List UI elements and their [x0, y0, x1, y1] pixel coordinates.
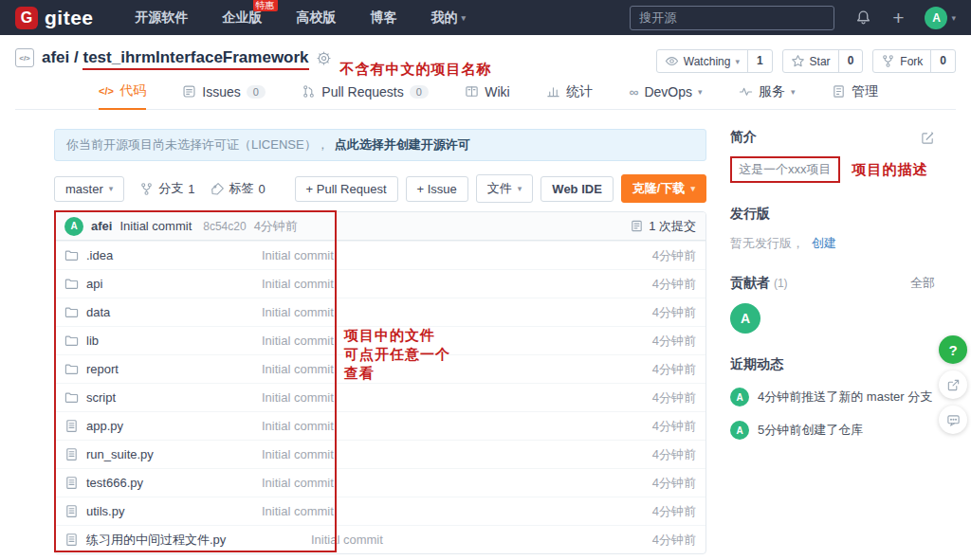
license-create-link[interactable]: 点此选择并创建开源许可 [335, 136, 470, 154]
file-name[interactable]: 练习用的中间过程文件.py [86, 532, 226, 549]
file-commit-time: 4分钟前 [652, 276, 696, 293]
commit-hash[interactable]: 8c54c20 [203, 220, 246, 233]
file-name[interactable]: run_suite.py [86, 447, 154, 461]
repo-header: </> afei / test_ihrmInterfaceFramework 不… [0, 35, 971, 110]
create-new-icon[interactable]: + [892, 9, 904, 26]
file-commit-time: 4分钟前 [652, 503, 696, 520]
help-button[interactable]: ? [939, 335, 967, 364]
file-commit-message[interactable]: Initial commit [262, 419, 334, 433]
file-commit-time: 4分钟前 [652, 304, 696, 321]
repo-name[interactable]: test_ihrmInterfaceFramework [82, 48, 308, 70]
file-name[interactable]: utils.py [86, 504, 124, 518]
table-row[interactable]: run_suite.py Initial commit 4分钟前 [55, 440, 705, 468]
share-button[interactable] [939, 370, 967, 399]
table-row[interactable]: 练习用的中间过程文件.py Initial commit 4分钟前 [55, 525, 705, 553]
file-commit-message[interactable]: Initial commit [262, 390, 334, 405]
contributor-avatar[interactable]: A [730, 303, 760, 334]
file-name[interactable]: api [86, 277, 102, 291]
file-commit-message[interactable]: Initial commit [262, 277, 334, 291]
commit-author-avatar[interactable]: A [64, 217, 83, 236]
activity-title: 近期动态 [730, 356, 935, 373]
bell-icon[interactable] [855, 9, 871, 26]
star-button[interactable]: Star 0 [782, 49, 864, 73]
new-issue-button[interactable]: + Issue [406, 176, 468, 202]
table-row[interactable]: app.py Initial commit 4分钟前 [55, 411, 705, 440]
file-name[interactable]: test666.py [86, 476, 143, 490]
table-row[interactable]: .idea Initial commit 4分钟前 [55, 241, 705, 269]
tab-issues[interactable]: Issues 0 [182, 82, 266, 109]
nav-blog[interactable]: 博客 [371, 9, 397, 27]
watch-button[interactable]: Watching ▾ 1 [656, 49, 773, 73]
file-name[interactable]: app.py [86, 419, 123, 433]
repo-owner[interactable]: afei [42, 48, 69, 66]
user-menu[interactable]: A ▾ [925, 7, 956, 29]
file-name[interactable]: script [86, 390, 116, 405]
nav-opensource[interactable]: 开源软件 [136, 9, 189, 27]
file-name[interactable]: .idea [86, 248, 113, 262]
web-ide-button[interactable]: Web IDE [540, 176, 614, 202]
watch-count[interactable]: 1 [748, 50, 772, 72]
tab-code[interactable]: </> 代码 [99, 82, 146, 110]
star-count[interactable]: 0 [839, 50, 863, 72]
edit-icon[interactable] [921, 131, 935, 145]
annotation-repo-name: 不含有中文的项目名称 [340, 61, 492, 79]
branch-selector[interactable]: master ▾ [54, 176, 124, 202]
file-commit-message[interactable]: Initial commit [262, 476, 334, 490]
activity-avatar[interactable]: A [730, 421, 749, 440]
file-table: A afei Initial commit 8c54c20 4分钟前 1 次提交… [54, 211, 706, 554]
search-input[interactable] [630, 6, 834, 30]
contributors-all-link[interactable]: 全部 [910, 275, 935, 292]
file-commit-time: 4分钟前 [652, 532, 696, 549]
activity-avatar[interactable]: A [730, 388, 749, 406]
fork-button[interactable]: Fork 0 [872, 49, 956, 73]
table-row[interactable]: utils.py Initial commit 4分钟前 [55, 497, 705, 525]
table-row[interactable]: script Initial commit 4分钟前 [55, 383, 705, 411]
release-empty-text: 暂无发行版， [730, 236, 804, 250]
file-commit-message[interactable]: Initial commit [311, 533, 383, 547]
release-create-link[interactable]: 创建 [812, 236, 836, 250]
file-commit-time: 4分钟前 [652, 475, 696, 492]
file-menu-button[interactable]: 文件 ▾ [476, 174, 534, 203]
tab-manage-label: 管理 [852, 83, 878, 100]
file-commit-message[interactable]: Initial commit [262, 447, 334, 461]
table-row[interactable]: data Initial commit 4分钟前 [55, 298, 705, 326]
file-commit-message[interactable]: Initial commit [262, 334, 334, 348]
share-icon [946, 378, 961, 392]
chevron-down-icon: ▾ [690, 184, 695, 193]
commit-time: 4分钟前 [254, 218, 298, 235]
table-row[interactable]: api Initial commit 4分钟前 [55, 269, 705, 298]
clone-download-button[interactable]: 克隆/下载 ▾ [621, 174, 706, 203]
commit-author[interactable]: afei [91, 219, 112, 233]
file-commit-message[interactable]: Initial commit [262, 362, 334, 376]
commit-message[interactable]: Initial commit [119, 219, 192, 233]
file-name[interactable]: lib [86, 334, 99, 348]
feedback-button[interactable] [939, 406, 967, 434]
nav-education[interactable]: 高校版 [297, 9, 337, 27]
tab-pull-requests[interactable]: Pull Requests 0 [302, 82, 429, 109]
new-pull-request-button[interactable]: + Pull Request [295, 176, 398, 202]
nav-mine[interactable]: 我的 ▾ [431, 9, 467, 27]
repo-sidebar: 简介 这是一个xxx项目 项目的描述 发行版 暂无发行版， 创建 贡献者 (1)… [730, 129, 935, 440]
gitee-logo[interactable]: G gitee [15, 7, 94, 29]
gitee-logo-icon: G [15, 7, 38, 29]
tab-devops[interactable]: ∞ DevOps ▾ [629, 82, 702, 109]
fork-count[interactable]: 0 [931, 50, 955, 72]
file-icon [64, 447, 79, 461]
tab-stats[interactable]: 统计 [546, 82, 593, 109]
tab-manage[interactable]: 管理 [832, 82, 878, 109]
commits-total-link[interactable]: 1 次提交 [630, 218, 696, 235]
table-row[interactable]: test666.py Initial commit 4分钟前 [55, 468, 705, 497]
file-commit-message[interactable]: Initial commit [262, 248, 334, 262]
tab-services[interactable]: 服务 ▾ [739, 82, 796, 109]
file-commit-message[interactable]: Initial commit [262, 305, 334, 319]
file-name[interactable]: data [86, 305, 110, 319]
file-name[interactable]: report [86, 362, 119, 376]
repo-tabbar: </> 代码 Issues 0 Pull Requests 0 Wiki [15, 82, 956, 110]
repo-badge-icon[interactable] [317, 51, 331, 65]
file-commit-time: 4分钟前 [652, 418, 696, 435]
tags-link[interactable]: 标签 0 [211, 180, 266, 197]
nav-enterprise[interactable]: 企业版 特惠 [223, 9, 263, 27]
tab-wiki[interactable]: Wiki [465, 82, 509, 109]
branches-link[interactable]: 分支 1 [139, 180, 194, 197]
file-commit-message[interactable]: Initial commit [262, 504, 334, 518]
